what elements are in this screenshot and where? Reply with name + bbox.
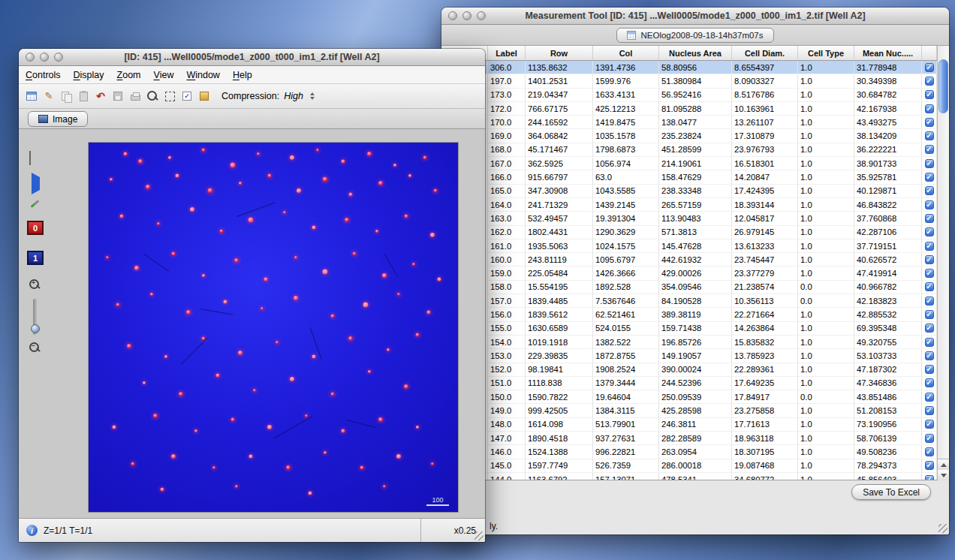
table-row[interactable]: 170.0244.165921419.8475138.047713.261107… (441, 116, 937, 129)
table-row[interactable]: 166.0915.6679763.0158.4762914.208471.035… (441, 170, 937, 184)
measurements-button[interactable] (24, 88, 39, 104)
row-checkbox[interactable]: ✓ (925, 77, 934, 86)
table-row[interactable]: 154.01019.19181382.522196.8572615.835832… (441, 336, 937, 349)
table-row[interactable]: 159.0225.054841426.3666429.0002623.37727… (441, 266, 937, 280)
column-header[interactable]: Label (488, 46, 526, 60)
compression-stepper[interactable] (308, 90, 317, 102)
row-checkbox[interactable]: ✓ (925, 104, 934, 113)
tab-neolog[interactable]: NEOlog2008-09-18-14h37m07s (616, 28, 773, 43)
copy-button[interactable] (59, 88, 74, 104)
table-row[interactable]: 161.01935.50631024.1575145.4762813.61323… (441, 239, 937, 253)
column-header[interactable]: Row (526, 46, 593, 60)
slider-thumb[interactable] (31, 324, 40, 333)
row-checkbox[interactable]: ✓ (925, 338, 934, 347)
column-header[interactable]: Mean Nuc..... (854, 46, 922, 60)
table-row[interactable]: 148.01614.098513.79901246.381117.716131.… (441, 418, 937, 432)
row-checkbox[interactable]: ✓ (925, 145, 934, 154)
table-row[interactable]: 152.098.198411908.2524390.0002422.289361… (441, 363, 937, 377)
tab-image[interactable]: Image (28, 111, 88, 127)
minimize-button[interactable] (40, 53, 49, 62)
compression-value[interactable]: High (284, 91, 303, 101)
table-row[interactable]: 144.01163.6792157.13071478.534134.680772… (441, 473, 937, 480)
row-checkbox[interactable]: ✓ (925, 269, 934, 278)
table-row[interactable]: 160.0243.811191095.6797442.6193223.74544… (441, 253, 937, 266)
compress-button[interactable] (197, 88, 212, 104)
table-row[interactable]: 173.0219.043471633.413156.9524168.517678… (441, 89, 937, 102)
row-checkbox[interactable]: ✓ (925, 63, 934, 72)
table-row[interactable]: 147.01890.4518937.27631282.2858918.96311… (441, 432, 937, 445)
minimize-button[interactable] (462, 11, 471, 20)
row-checkbox[interactable]: ✓ (925, 406, 934, 415)
vertical-scrollbar[interactable] (937, 46, 949, 480)
table-row[interactable]: 149.0999.425051384.3115425.2859823.27585… (441, 404, 937, 417)
menu-help[interactable]: Help (233, 70, 252, 80)
menu-zoom[interactable]: Zoom (117, 70, 141, 80)
table-row[interactable]: 163.0532.4945719.391304113.9048312.04581… (441, 212, 937, 225)
undo-button[interactable]: ↶ (93, 88, 108, 104)
print-button[interactable] (128, 88, 143, 104)
row-checkbox[interactable]: ✓ (925, 159, 934, 168)
row-checkbox[interactable]: ✓ (925, 378, 934, 387)
row-checkbox[interactable]: ✓ (925, 242, 934, 251)
row-checkbox[interactable]: ✓ (925, 200, 934, 209)
table-row[interactable]: 153.0229.398351872.8755149.1905713.78592… (441, 349, 937, 363)
pan-tool-button[interactable] (162, 88, 177, 104)
save-button[interactable] (110, 88, 125, 104)
zoom-tool-button[interactable] (145, 88, 160, 104)
row-checkbox[interactable]: ✓ (925, 118, 934, 127)
row-checkbox[interactable]: ✓ (925, 447, 934, 456)
menu-view[interactable]: View (154, 70, 174, 80)
table-row[interactable]: 197.01401.25311599.97651.3809848.0903327… (441, 74, 937, 88)
microscopy-image[interactable]: 100 (89, 143, 458, 512)
measurement-window-titlebar[interactable]: Measurement Tool [ID: 415] ...Well0005/m… (441, 8, 949, 25)
table-row[interactable]: 169.0364.068421035.1578235.2382417.31087… (441, 129, 937, 143)
column-header[interactable]: Col (593, 46, 659, 60)
zoom-button[interactable] (477, 11, 486, 20)
row-checkbox[interactable]: ✓ (925, 131, 934, 140)
table-row[interactable]: 167.0362.59251056.974214.1906116.5183011… (441, 157, 937, 170)
table-row[interactable]: 168.045.1714671798.6873451.2859923.97679… (441, 143, 937, 157)
row-checkbox[interactable]: ✓ (925, 282, 934, 291)
table-row[interactable]: 306.01135.86321391.473658.809568.6554397… (441, 61, 937, 74)
table-row[interactable]: 172.0766.67175425.1221381.09528810.16396… (441, 102, 937, 116)
channel-1-button[interactable]: 1 (27, 251, 44, 265)
row-checkbox[interactable]: ✓ (925, 434, 934, 443)
row-checkbox[interactable]: ✓ (925, 255, 934, 264)
table-row[interactable]: 162.01802.44311290.3629571.381326.979145… (441, 226, 937, 239)
row-checkbox[interactable]: ✓ (925, 475, 934, 480)
row-checkbox[interactable]: ✓ (925, 173, 934, 182)
column-header[interactable]: Cell Diam. (732, 46, 798, 60)
zoom-button[interactable] (54, 53, 63, 62)
scroll-down-button[interactable] (938, 470, 949, 480)
table-row[interactable]: 145.01597.7749526.7359286.0001819.087468… (441, 459, 937, 473)
resize-grip[interactable] (474, 531, 484, 540)
table-row[interactable]: 165.0347.309081043.5585238.3334817.42439… (441, 185, 937, 198)
table-row[interactable]: 150.01590.782219.64604250.0953917.849170… (441, 390, 937, 404)
resize-grip[interactable] (938, 524, 947, 533)
table-row[interactable]: 158.015.5541951892.528354.0954621.238574… (441, 281, 937, 294)
table-row[interactable]: 164.0241.713291439.2145265.5715918.39314… (441, 198, 937, 212)
image-window-titlebar[interactable]: [ID: 415] ...Well0005/mode1_z000_t000_im… (19, 49, 485, 66)
row-checkbox[interactable]: ✓ (925, 420, 934, 429)
row-checkbox[interactable]: ✓ (925, 310, 934, 319)
table-row[interactable]: 156.01839.561262.521461389.3811922.27166… (441, 308, 937, 321)
table-row[interactable]: 146.01524.1388996.22821263.095418.307195… (441, 445, 937, 459)
table-row[interactable]: 157.01839.44857.536764684.19052810.35611… (441, 294, 937, 308)
menu-window[interactable]: Window (186, 70, 219, 80)
row-checkbox[interactable]: ✓ (925, 461, 934, 470)
row-checkbox[interactable]: ✓ (925, 365, 934, 374)
close-button[interactable] (448, 11, 457, 20)
paste-button[interactable] (76, 88, 91, 104)
row-checkbox[interactable]: ✓ (925, 324, 934, 333)
annotate-button[interactable]: ✎ (41, 88, 56, 104)
channel-0-button[interactable]: 0 (27, 221, 44, 235)
column-header[interactable] (922, 46, 937, 60)
column-header[interactable]: Nucleus Area (659, 46, 732, 60)
table-row[interactable]: 151.01118.8381379.3444244.5239617.649235… (441, 377, 937, 390)
roi-check-button[interactable]: ✓ (179, 88, 194, 104)
row-checkbox[interactable]: ✓ (925, 351, 934, 360)
column-header[interactable]: Cell Type (798, 46, 854, 60)
close-button[interactable] (26, 53, 35, 62)
row-checkbox[interactable]: ✓ (925, 393, 934, 402)
scroll-up-button[interactable] (938, 459, 949, 470)
